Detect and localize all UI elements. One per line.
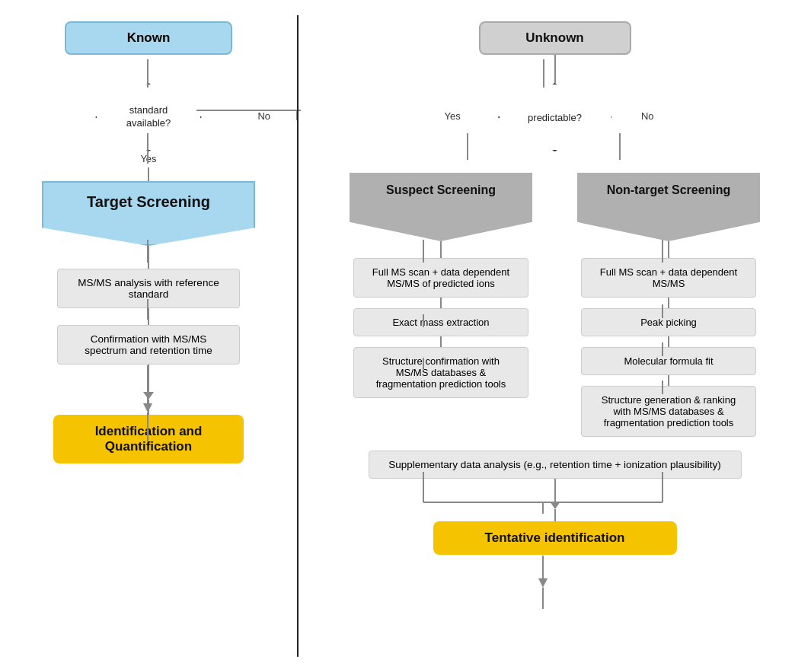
nontarget-step4-text: Structure generation & ranking with MS/M… — [602, 394, 736, 428]
nontarget-step2: Peak picking — [581, 308, 756, 336]
nontarget-step3: Molecular formula fit — [581, 347, 756, 375]
vertical-divider — [297, 15, 299, 657]
left-step2: Confirmation with MS/MS spectrum and ret… — [57, 325, 240, 365]
no-label-left: No — [257, 110, 270, 122]
suspect-step2-text: Exact mass extraction — [392, 317, 489, 328]
right-result-label: Tentative identification — [485, 530, 625, 545]
suspect-col: Suspect Screening Full MS scan + data de… — [333, 173, 550, 398]
nontarget-col: Non-target Screening Full MS scan + data… — [560, 173, 777, 437]
nontarget-step2-text: Peak picking — [640, 317, 697, 328]
suspect-step1: Full MS scan + data dependent MS/MS of p… — [353, 258, 528, 298]
right-result-box: Tentative identification — [433, 521, 677, 555]
diamond1-label: standard available? — [104, 104, 193, 130]
yes-label-left: Yes — [140, 153, 156, 164]
suspect-step1-text: Full MS scan + data dependent MS/MS of p… — [372, 266, 509, 289]
unknown-label: Unknown — [525, 30, 584, 45]
suspect-label: Suspect Screening — [386, 183, 496, 197]
supplementary-box: Supplementary data analysis (e.g., reten… — [369, 451, 742, 479]
known-box: Known — [65, 21, 232, 55]
right-column: Unknown predictable? Yes No — [299, 0, 811, 672]
nontarget-header: Non-target Screening — [577, 173, 760, 241]
left-step2-text: Confirmation with MS/MS spectrum and ret… — [85, 333, 212, 356]
predictable-diamond: predictable? — [498, 83, 612, 151]
suspect-step3: Structure confirmation with MS/MS databa… — [353, 347, 528, 398]
left-step1: MS/MS analysis with reference standard — [57, 269, 240, 308]
unknown-box: Unknown — [479, 21, 631, 55]
left-column: Known standard available? No Yes Target … — [0, 0, 297, 672]
nontarget-step3-text: Molecular formula fit — [624, 355, 713, 367]
suspect-step3-text: Structure confirmation with MS/MS databa… — [376, 355, 506, 390]
suspect-header: Suspect Screening — [350, 173, 532, 241]
nontarget-step4: Structure generation & ranking with MS/M… — [581, 386, 756, 437]
left-result-box: Identification and Quantification — [53, 415, 244, 463]
no-label-right: No — [641, 110, 654, 122]
standard-diamond: standard available? — [95, 83, 202, 151]
target-screening-box: Target Screening — [42, 181, 255, 246]
left-step1-text: MS/MS analysis with reference standard — [78, 277, 219, 300]
yes-label-right: Yes — [445, 110, 461, 122]
left-result-label: Identification and Quantification — [95, 424, 203, 454]
nontarget-label: Non-target Screening — [607, 183, 731, 197]
known-label: Known — [127, 30, 171, 45]
nontarget-step1: Full MS scan + data dependent MS/MS — [581, 258, 756, 298]
suspect-step2: Exact mass extraction — [353, 308, 528, 336]
nontarget-step1-text: Full MS scan + data dependent MS/MS — [600, 266, 737, 289]
supplementary-text: Supplementary data analysis (e.g., reten… — [388, 459, 720, 470]
diamond2-label: predictable? — [528, 112, 582, 123]
target-label: Target Screening — [87, 193, 210, 211]
